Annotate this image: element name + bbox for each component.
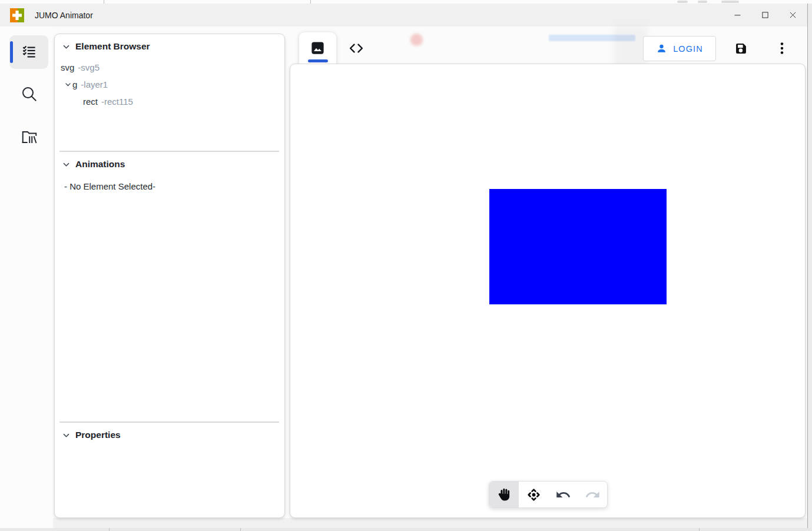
element-tree: svg -svg5 g -layer1 rect [55,59,284,110]
search-icon [21,85,38,103]
screen: JUMO Animator [0,0,812,531]
animations-header[interactable]: Animations [62,159,125,170]
divider [59,422,279,423]
activity-item-search[interactable] [18,83,41,105]
background-line [109,528,110,531]
background-blob [677,1,688,3]
image-icon [310,40,326,56]
tree-item-tag: g [72,79,77,89]
person-icon [656,43,667,54]
redo-icon [585,487,601,503]
window-title: JUMO Animator [35,11,93,20]
active-tab-indicator [308,59,328,62]
canvas-toolbar [489,481,608,508]
active-indicator [10,41,13,63]
tree-item-svg[interactable]: svg -svg5 [55,59,284,76]
redo-button[interactable] [578,482,607,507]
app-window: JUMO Animator [0,4,808,528]
hand-icon [496,486,512,503]
minimize-button[interactable] [724,4,751,26]
undo-icon [555,487,571,503]
save-icon [733,41,749,57]
activity-bar [0,26,53,528]
no-element-selected-text: - No Element Selected- [64,181,155,191]
tab-code-view[interactable] [344,36,369,61]
library-icon [21,128,38,145]
maximize-button[interactable] [751,4,779,26]
element-browser-title: Element Browser [75,41,150,52]
close-button[interactable] [779,4,807,26]
canvas-panel[interactable] [290,64,806,518]
chevron-down-icon [62,42,71,51]
login-label: LOGIN [673,44,703,54]
chevron-down-icon [62,431,71,440]
chevron-down-icon [62,160,71,169]
close-icon [788,10,798,20]
move-icon [526,487,542,503]
content-bottom-strip [0,518,807,528]
tree-item-id: -svg5 [78,62,100,72]
titlebar: JUMO Animator [0,4,807,26]
jumo-plus-logo [10,8,24,22]
checklist-icon [21,44,37,60]
move-tool-button[interactable] [519,482,548,507]
app-content: Element Browser svg -svg5 g [0,26,807,528]
tree-item-tag: rect [83,97,98,107]
background-artifact [549,35,635,41]
animations-title: Animations [75,159,125,170]
tree-item-rect[interactable]: rect -rect115 [55,93,284,110]
properties-header[interactable]: Properties [62,430,121,440]
background-blob [721,1,739,3]
background-line [240,528,241,531]
pan-tool-button[interactable] [489,482,519,507]
save-button[interactable] [730,38,751,59]
activity-item-element-list[interactable] [9,35,48,69]
background-blob [698,1,707,3]
background-line [699,528,700,531]
more-options-button[interactable] [771,38,793,59]
side-panel: Element Browser svg -svg5 g [54,34,285,518]
background-page-strip [808,4,812,528]
tab-design-view[interactable] [299,32,336,66]
background-artifact [410,34,423,46]
code-icon [348,40,364,57]
kebab-menu-icon [774,41,790,56]
tree-item-id: -layer1 [81,79,108,89]
properties-title: Properties [75,430,121,440]
tree-item-g[interactable]: g -layer1 [55,76,284,93]
element-browser-header[interactable]: Element Browser [62,41,150,52]
tree-item-tag: svg [61,62,74,72]
minimize-icon [733,10,743,20]
undo-button[interactable] [548,482,578,507]
background-page-strip [0,528,812,531]
divider [59,151,279,152]
chevron-down-icon [64,81,72,88]
login-button[interactable]: LOGIN [643,36,716,61]
activity-item-file-library[interactable] [18,125,41,148]
maximize-icon [760,10,770,20]
svg-rect-element[interactable] [489,189,667,304]
tree-item-id: -rect115 [101,97,133,107]
window-controls [724,4,807,26]
